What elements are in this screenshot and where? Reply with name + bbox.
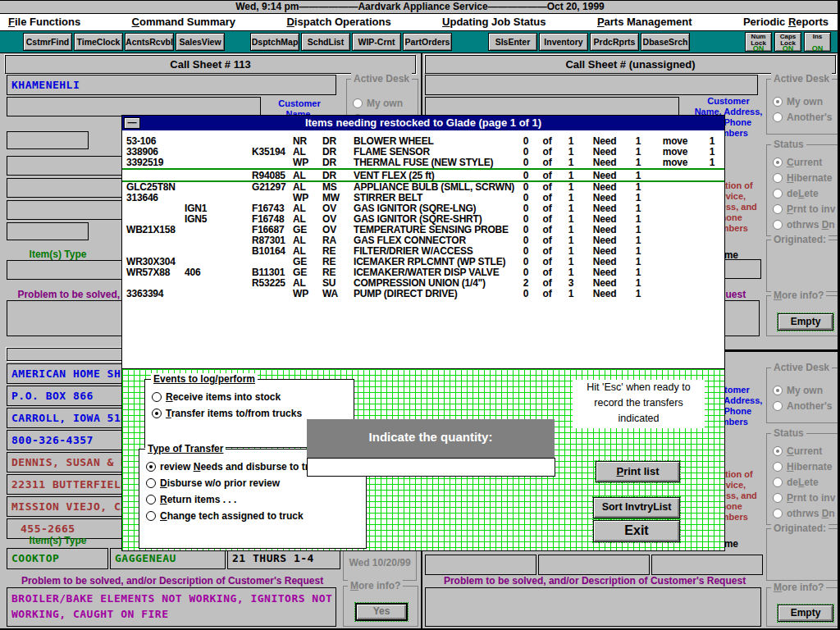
of-label: of: [536, 289, 559, 299]
empty-field[interactable]: [538, 555, 650, 575]
toolbar-button[interactable]: TimeClock: [74, 33, 123, 51]
empty-field[interactable]: [425, 75, 758, 95]
toolbar-button[interactable]: Inventory: [539, 33, 588, 51]
empty-field[interactable]: [651, 555, 763, 575]
parts-list-row[interactable]: GLC25T8N G21297 AL MS APPLIANCE BULB (SM…: [122, 182, 724, 193]
move-qty: [700, 235, 724, 246]
toolbar-button[interactable]: SlsEnter: [488, 33, 537, 51]
part-number: WR57X88: [122, 267, 185, 278]
status-radio[interactable]: deLete: [773, 477, 838, 488]
toolbar-button[interactable]: AcntsRcvbl: [125, 33, 174, 51]
app-screen: Wed, 9:14 pm——————Aardvark Appliance Ser…: [0, 0, 840, 630]
empty-field[interactable]: [7, 97, 261, 116]
menu-item[interactable]: Dispatch Operations: [286, 14, 390, 30]
parts-list-row[interactable]: 3392519 WP DR THERMAL FUSE (NEW STYLE) 0…: [122, 158, 724, 168]
move-qty: [700, 225, 724, 235]
radio-icon: [773, 401, 783, 411]
status-radio[interactable]: Current: [773, 157, 838, 168]
appliance-code: WA: [322, 289, 354, 299]
status-radio[interactable]: deLete: [773, 188, 838, 199]
radio-icon: [773, 189, 783, 199]
part-number: [122, 235, 185, 246]
toolbar-button[interactable]: DbaseSrch: [641, 33, 690, 51]
move-label: [651, 203, 700, 214]
scheduled-date: Wed 10/20/99: [344, 557, 416, 568]
exit-button[interactable]: Exit: [593, 520, 680, 542]
keystate-indicator: Caps Lock ON: [774, 32, 801, 52]
sort-inventory-list-button[interactable]: Sort InvtryList: [593, 497, 680, 518]
radio-icon: [773, 509, 783, 518]
move-label: [651, 246, 700, 257]
menu-item[interactable]: Updating Job Status: [442, 14, 546, 30]
radio-my-own[interactable]: My own: [773, 96, 838, 107]
radio-icon: [152, 409, 162, 418]
toolbar-button[interactable]: PartOrders: [403, 33, 452, 51]
dialog-control-area: Events to log/perform Receive items into…: [122, 368, 724, 550]
event-radio[interactable]: Receive items into stock: [152, 391, 354, 403]
move-qty: [700, 182, 724, 193]
toolbar-button[interactable]: DsptchMap: [250, 33, 299, 51]
radio-icon: [152, 392, 162, 402]
item-type-field[interactable]: COOKTOP: [7, 548, 108, 569]
move-label: [651, 267, 700, 278]
toolbar-button[interactable]: SchdList: [301, 33, 350, 51]
status-radio[interactable]: othrws Dn: [773, 508, 838, 519]
move-label: [651, 235, 700, 246]
part-alt-number: [185, 235, 252, 246]
problem-text-field[interactable]: [425, 587, 761, 627]
toolbar-button[interactable]: PrdcRprts: [590, 33, 639, 51]
move-label: [651, 182, 700, 193]
empty-button-bottom[interactable]: Empty: [778, 605, 833, 622]
status-radio[interactable]: othrws Dn: [773, 219, 838, 231]
menu-item[interactable]: Parts Management: [597, 14, 692, 30]
radio-icon: [146, 462, 156, 472]
system-menu-icon[interactable]: —: [124, 117, 140, 129]
part-alt-number: [185, 170, 252, 181]
move-qty: [700, 214, 724, 225]
toolbar-group-dispatch: DsptchMapSchdListWIP-CrntPartOrders: [250, 33, 454, 51]
toolbar-button[interactable]: WIP-Crnt: [352, 33, 401, 51]
radio-my-own[interactable]: My own: [773, 385, 838, 396]
empty-field[interactable]: [425, 97, 679, 116]
quantity-input[interactable]: [307, 458, 555, 477]
status-radio[interactable]: Prnt to inv: [773, 492, 838, 504]
keystate-on-label: ON: [812, 44, 824, 52]
problem-text-line2: WORKING, CAUGHT ON FIRE: [7, 607, 336, 622]
radio-icon: [773, 158, 783, 167]
dialog-title-bar[interactable]: — Items needing restocked to Glade (page…: [122, 116, 724, 130]
radio-anothers[interactable]: Another's: [773, 400, 838, 412]
empty-field[interactable]: [7, 131, 89, 149]
empty-field[interactable]: [7, 222, 89, 240]
move-qty: [700, 289, 724, 299]
callsheet-header-right: Call Sheet # (unassigned): [425, 55, 836, 74]
empty-field[interactable]: [425, 555, 536, 575]
move-label: move: [651, 158, 700, 168]
empty-button-top[interactable]: Empty: [778, 313, 833, 331]
caller-name-field[interactable]: KHAMENEHLI: [7, 75, 336, 95]
menu-item[interactable]: Command Summary: [132, 14, 235, 30]
status-radio[interactable]: Hibernate: [773, 172, 838, 184]
event-radio[interactable]: Transfer items to/from trucks: [152, 408, 354, 419]
parts-list-row[interactable]: 3363394 WP WA PUMP (DIRECT DRIVE) 0 of 1…: [122, 289, 724, 299]
toolbar-button[interactable]: SalesView: [176, 33, 225, 51]
transfer-type-radio[interactable]: Disburse w/o prior review: [146, 477, 366, 489]
menu-item[interactable]: File Functions: [8, 14, 80, 30]
more-info-yes-button[interactable]: Yes: [355, 603, 408, 621]
problem-text-field[interactable]: BROILER/BAKE ELEMENTS NOT WORKING, IGNIT…: [7, 587, 336, 627]
radio-my-own[interactable]: My own: [353, 98, 418, 109]
radio-icon: [773, 477, 783, 487]
of-label: of: [536, 158, 559, 168]
status-radio[interactable]: Hibernate: [773, 461, 838, 472]
transfer-type-radio[interactable]: Change tech assigned to truck: [146, 510, 366, 522]
radio-icon: [146, 511, 156, 521]
print-list-button[interactable]: Print list: [596, 461, 680, 482]
parts-list-row[interactable]: R94085 AL DR VENT FLEX (25 ft) 0 of 1 Ne…: [122, 168, 724, 182]
menu-item[interactable]: Periodic Reports: [743, 14, 829, 30]
transfer-type-radio[interactable]: Return items . . .: [146, 494, 366, 505]
status-radio[interactable]: Current: [773, 445, 838, 457]
toolbar-button[interactable]: CstmrFind: [23, 33, 72, 51]
status-radio[interactable]: Prnt to inv: [773, 203, 838, 215]
radio-anothers[interactable]: Another's: [773, 112, 838, 123]
need-label: Need: [583, 170, 626, 181]
part-description: VENT FLEX (25 ft): [354, 170, 516, 181]
